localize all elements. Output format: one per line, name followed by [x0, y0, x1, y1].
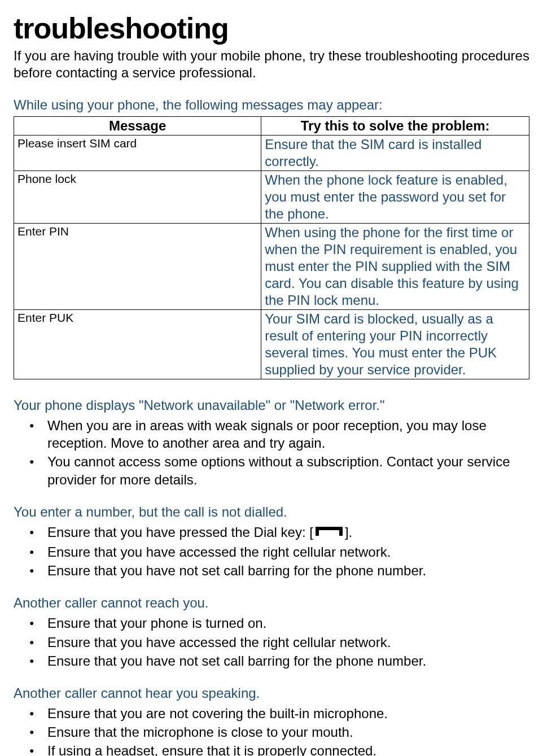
list-cannothear: Ensure that you are not covering the bui… [14, 705, 529, 756]
msg-cell: Enter PIN [14, 224, 261, 310]
list-item: If using a headset, ensure that it is pr… [47, 742, 529, 756]
list-notdialled: Ensure that you have pressed the Dial ke… [14, 523, 529, 580]
sol-cell: When using the phone for the first time … [261, 224, 529, 310]
msg-cell: Phone lock [14, 171, 261, 224]
msg-cell: Please insert SIM card [14, 136, 261, 171]
dial-key-icon [313, 525, 345, 542]
list-item: Ensure that you have pressed the Dial ke… [47, 523, 529, 542]
list-item: Ensure that you have not set call barrin… [47, 562, 529, 579]
col-solution: Try this to solve the problem: [261, 117, 529, 136]
list-item: Ensure that you have accessed the right … [47, 543, 529, 561]
sol-cell: Your SIM card is blocked, usually as a r… [261, 310, 529, 379]
section-heading-notdialled: You enter a number, but the call is not … [14, 504, 529, 520]
dial-text-pre: Ensure that you have pressed the Dial ke… [47, 525, 313, 540]
list-cannotreach: Ensure that your phone is turned on. Ens… [14, 614, 529, 670]
list-item: Ensure that you have accessed the right … [47, 633, 529, 651]
list-network: When you are in areas with weak signals … [14, 417, 529, 488]
section-heading-cannotreach: Another caller cannot reach you. [14, 595, 529, 611]
table-heading: While using your phone, the following me… [14, 97, 529, 113]
list-item: When you are in areas with weak signals … [47, 417, 529, 452]
messages-table: Message Try this to solve the problem: P… [14, 116, 529, 379]
table-header-row: Message Try this to solve the problem: [14, 117, 529, 136]
sol-cell: Ensure that the SIM card is installed co… [261, 136, 529, 171]
table-row: Please insert SIM card Ensure that the S… [14, 136, 529, 171]
list-item: Ensure that you have not set call barrin… [47, 652, 529, 670]
dial-text-post: ]. [345, 525, 352, 540]
intro-text: If you are having trouble with your mobi… [14, 47, 529, 81]
page-title: troubleshooting [14, 11, 529, 45]
table-row: Enter PIN When using the phone for the f… [14, 224, 529, 310]
section-heading-cannothear: Another caller cannot hear you speaking. [14, 685, 529, 701]
list-item: Ensure that the microphone is close to y… [47, 723, 529, 741]
col-message: Message [14, 117, 261, 136]
table-row: Enter PUK Your SIM card is blocked, usua… [14, 310, 529, 379]
section-heading-network: Your phone displays "Network unavailable… [14, 397, 529, 413]
msg-cell: Enter PUK [14, 310, 261, 379]
sol-cell: When the phone lock feature is enabled, … [261, 171, 529, 224]
list-item: Ensure that you are not covering the bui… [47, 705, 529, 722]
list-item: You cannot access some options without a… [47, 453, 529, 488]
table-row: Phone lock When the phone lock feature i… [14, 171, 529, 224]
list-item: Ensure that your phone is turned on. [47, 614, 529, 632]
